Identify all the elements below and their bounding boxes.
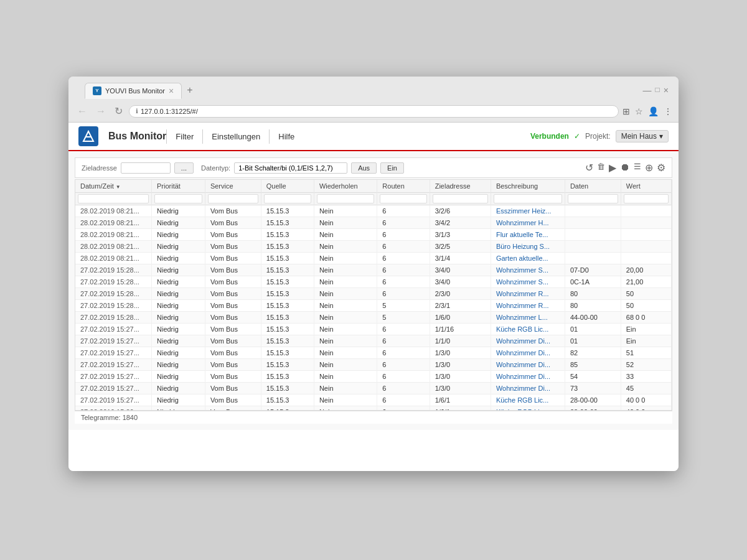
active-tab[interactable]: Y YOUVI Bus Monitor × [85, 83, 182, 99]
settings-icon[interactable]: ⚙ [657, 162, 665, 174]
filter-routes[interactable] [380, 194, 426, 203]
browser-titlebar: Y YOUVI Bus Monitor × + — □ × [68, 77, 679, 101]
cell-5-6: 3/4/0 [430, 264, 491, 276]
project-selector[interactable]: Mein Haus ▾ [616, 130, 669, 142]
cell-15-2: Vom Bus [205, 383, 261, 394]
datentyp-select-wrapper: 1-Bit Schalter/bi (0,1/EIS 1,2,7) [234, 162, 347, 174]
cell-17-7: Küche RGB Lic... [491, 406, 565, 411]
nav-filter[interactable]: Filter [166, 129, 202, 144]
col-routes[interactable]: Routen [377, 180, 430, 193]
filter-target[interactable] [433, 194, 488, 203]
profile-icon[interactable]: 👤 [648, 106, 659, 116]
forward-button[interactable]: → [93, 105, 108, 118]
refresh-button[interactable]: ↻ [112, 104, 125, 118]
table-row[interactable]: 28.02.2019 08:21...NiedrigVom Bus15.15.3… [75, 253, 672, 264]
cell-11-3: 15.15.3 [261, 335, 314, 347]
cell-7-0: 27.02.2019 15:28... [75, 288, 152, 300]
table-row[interactable]: 27.02.2019 15:27...NiedrigVom Bus15.15.3… [75, 394, 672, 406]
address-bar[interactable]: ℹ 127.0.0.1:31225/#/ [129, 105, 619, 118]
filter-description[interactable] [494, 194, 562, 203]
cell-13-2: Vom Bus [205, 359, 261, 371]
table-row[interactable]: 27.02.2019 15:28...NiedrigVom Bus15.15.3… [75, 312, 672, 324]
cell-6-9: 21,00 [621, 276, 671, 288]
datentyp-select[interactable]: 1-Bit Schalter/bi (0,1/EIS 1,2,7) [234, 162, 347, 174]
extensions-icon[interactable]: ⊞ [622, 106, 630, 116]
table-row[interactable]: 27.02.2019 15:28...NiedrigVom Bus15.15.3… [75, 300, 672, 312]
table-row[interactable]: 28.02.2019 08:21...NiedrigVom Bus15.15.3… [75, 217, 672, 229]
col-priority[interactable]: Priorität [152, 180, 205, 193]
col-repeat[interactable]: Wiederholen [314, 180, 377, 193]
cell-8-7: Wohnzimmer R... [491, 300, 565, 312]
window-minimize-button[interactable]: — [643, 85, 652, 95]
dots-button[interactable]: ... [174, 162, 194, 174]
cell-2-2: Vom Bus [205, 229, 261, 241]
table-row[interactable]: 27.02.2019 15:27...NiedrigVom Bus15.15.3… [75, 347, 672, 359]
col-datetime[interactable]: Datum/Zeit ▼ [75, 180, 152, 193]
tab-close-button[interactable]: × [169, 86, 174, 95]
window-maximize-button[interactable]: □ [655, 85, 660, 95]
cell-12-3: 15.15.3 [261, 347, 314, 359]
col-service[interactable]: Service [205, 180, 261, 193]
col-value[interactable]: Wert [621, 180, 671, 193]
table-row[interactable]: 27.02.2019 15:27...NiedrigVom Bus15.15.3… [75, 335, 672, 347]
nav-help[interactable]: Hilfe [269, 129, 303, 144]
cell-3-9 [621, 241, 671, 253]
cell-7-6: 2/3/0 [430, 288, 491, 300]
cell-0-9 [621, 205, 671, 217]
menu-icon[interactable]: ⋮ [664, 106, 672, 116]
filter-data[interactable] [568, 194, 618, 203]
filter-list-icon[interactable]: ☰ [634, 162, 641, 174]
col-description[interactable]: Beschreibung [491, 180, 565, 193]
table-row[interactable]: 27.02.2019 15:28...NiedrigVom Bus15.15.3… [75, 276, 672, 288]
filter-value[interactable] [624, 194, 669, 203]
cell-17-9: 40 0 0 [621, 406, 671, 411]
nav-settings[interactable]: Einstellungen [202, 129, 269, 144]
cell-16-1: Niedrig [152, 394, 205, 406]
table-container[interactable]: Datum/Zeit ▼ Priorität Service Quelle Wi… [75, 180, 672, 410]
col-source[interactable]: Quelle [261, 180, 314, 193]
filter-service[interactable] [208, 194, 258, 203]
table-row[interactable]: 27.02.2019 15:28...NiedrigVom Bus15.15.3… [75, 264, 672, 276]
cell-13-0: 27.02.2019 15:27... [75, 359, 152, 371]
cell-11-8: 01 [565, 335, 621, 347]
cell-2-5: 6 [377, 229, 430, 241]
header-right: Verbunden ✓ Projekt: Mein Haus ▾ [530, 130, 669, 142]
table-row[interactable]: 27.02.2019 15:27...NiedrigVom Bus15.15.3… [75, 359, 672, 371]
cell-15-9: 45 [621, 383, 671, 394]
play-icon[interactable]: ▶ [609, 162, 616, 174]
refresh-icon[interactable]: ↺ [585, 162, 593, 174]
ein-button[interactable]: Ein [380, 162, 404, 174]
back-button[interactable]: ← [75, 105, 90, 118]
filter-source[interactable] [264, 194, 311, 203]
table-row[interactable]: 28.02.2019 08:21...NiedrigVom Bus15.15.3… [75, 205, 672, 217]
table-row[interactable]: 27.02.2019 15:28...NiedrigVom Bus15.15.3… [75, 288, 672, 300]
cell-16-2: Vom Bus [205, 394, 261, 406]
security-icon: ℹ [136, 108, 138, 114]
table-row[interactable]: 27.02.2019 15:27...NiedrigVom Bus15.15.3… [75, 324, 672, 335]
cell-17-0: 27.02.2019 15:26... [75, 406, 152, 411]
cell-0-0: 28.02.2019 08:21... [75, 205, 152, 217]
cell-7-4: Nein [314, 288, 377, 300]
filter-priority[interactable] [154, 194, 202, 203]
col-target[interactable]: Zieladresse [430, 180, 491, 193]
cell-1-8 [565, 217, 621, 229]
filter-datetime[interactable] [78, 194, 149, 203]
table-row[interactable]: 27.02.2019 15:27...NiedrigVom Bus15.15.3… [75, 383, 672, 394]
table-row[interactable]: 27.02.2019 15:27...NiedrigVom Bus15.15.3… [75, 371, 672, 383]
cell-3-6: 3/2/5 [430, 241, 491, 253]
bookmark-icon[interactable]: ☆ [635, 106, 643, 116]
filter-repeat[interactable] [317, 194, 374, 203]
filter-add-icon[interactable]: ⊕ [645, 162, 653, 174]
cell-7-5: 6 [377, 288, 430, 300]
zieladresse-input[interactable] [121, 162, 171, 174]
cell-8-9: 50 [621, 300, 671, 312]
table-row[interactable]: 27.02.2019 15:26...NiedrigVom Bus15.15.3… [75, 406, 672, 411]
record-icon[interactable]: ⏺ [620, 162, 630, 174]
table-row[interactable]: 28.02.2019 08:21...NiedrigVom Bus15.15.3… [75, 229, 672, 241]
col-data[interactable]: Daten [565, 180, 621, 193]
aus-button[interactable]: Aus [351, 162, 377, 174]
table-row[interactable]: 28.02.2019 08:21...NiedrigVom Bus15.15.3… [75, 241, 672, 253]
window-close-button[interactable]: × [664, 85, 669, 95]
delete-icon[interactable]: 🗑 [597, 162, 605, 174]
new-tab-button[interactable]: + [182, 82, 197, 99]
